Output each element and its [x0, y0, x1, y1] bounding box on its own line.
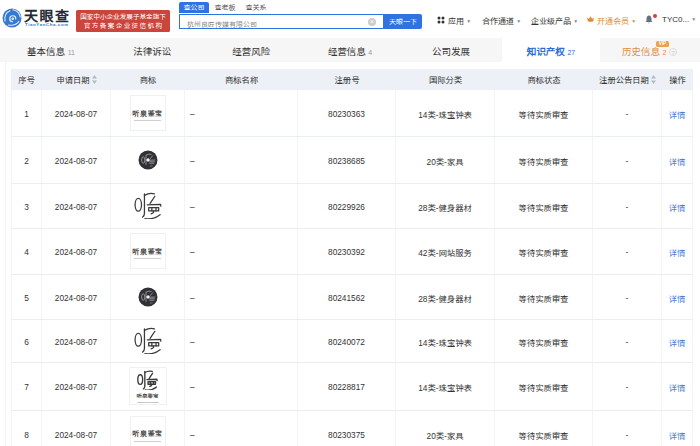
svg-text:st: st	[149, 301, 152, 305]
svg-text:st: st	[149, 163, 152, 167]
